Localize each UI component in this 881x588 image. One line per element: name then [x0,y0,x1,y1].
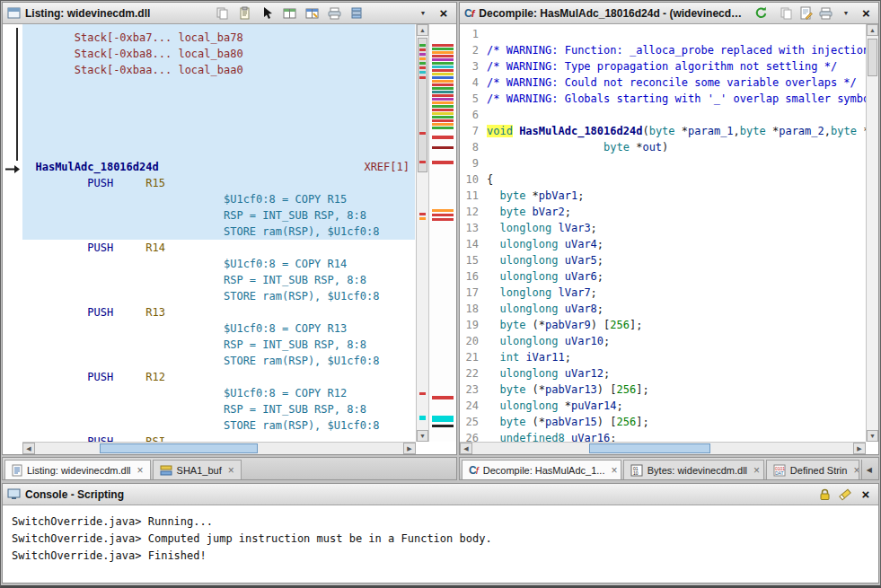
memory-blocks-icon[interactable] [348,5,365,22]
listing-tab[interactable]: Listing: widevinecdm.dll× [4,460,151,479]
decompile-line[interactable]: 10{ [460,171,866,188]
listing-line[interactable] [22,127,415,143]
navigation-marker[interactable] [432,218,454,221]
decompile-line[interactable]: 5/* WARNING: Globals starting with '_' o… [460,91,866,107]
printer-icon[interactable] [818,5,833,22]
navigation-marker[interactable] [432,119,454,122]
listing-line[interactable]: STORE ram(RSP), $U1cf0:8 [22,288,415,304]
navigation-marker[interactable] [432,80,454,83]
navigation-marker[interactable] [419,71,426,74]
navigation-marker[interactable] [419,57,426,60]
lock-icon[interactable] [816,487,833,503]
navigation-marker[interactable] [432,73,454,75]
scroll-left-icon[interactable]: ◀ [22,443,35,454]
close-icon[interactable]: × [859,5,874,22]
decompile-line[interactable]: 17 longlong lVar7; [460,285,866,301]
navigation-marker[interactable] [419,76,426,79]
decompile-tab[interactable]: 0101DATDefined Strin× [766,460,859,479]
decompile-line[interactable]: 26 undefined8 uVar16; [460,430,866,442]
navigation-marker[interactable] [432,112,454,115]
navigation-marker[interactable] [432,416,454,422]
listing-line[interactable]: HasMulAdc_18016d24dXREF[1] [22,159,415,175]
navigation-marker[interactable] [432,146,454,149]
decompile-header[interactable]: Cf Decompile: HasMulAdc_18016d24d - (wid… [460,3,878,24]
decompile-line[interactable]: 23 byte (*pabVar13) [256]; [460,382,866,398]
tab-close-icon[interactable]: × [611,464,617,477]
navigation-marker[interactable] [419,217,426,220]
navigation-marker[interactable] [432,62,454,65]
navigation-marker[interactable] [432,94,454,97]
listing-line[interactable]: PUSH R15 [22,175,415,191]
listing-line[interactable]: $U1cf0:8 = COPY R13 [22,320,415,337]
listing-line[interactable] [22,110,415,127]
navigation-marker[interactable] [432,127,454,129]
listing-line[interactable]: Stack[-0xbaa... local_baa0 [22,62,415,78]
scroll-down-icon[interactable]: ▼ [867,430,878,442]
listing-line[interactable]: STORE ram(RSP), $U1cf0:8 [22,224,415,240]
navigation-marker[interactable] [432,396,454,399]
navigation-marker[interactable] [419,213,426,215]
decompile-line[interactable]: 19 byte (*pabVar9) [256]; [460,317,866,333]
scrollbar-thumb[interactable] [868,39,877,76]
listing-line[interactable] [22,78,415,94]
listing-line[interactable]: $U1cf0:8 = COPY R14 [22,256,415,272]
navigation-marker[interactable] [419,392,426,395]
navigation-marker[interactable] [432,161,454,164]
cursor-icon[interactable] [259,5,275,22]
listing-line[interactable] [22,143,415,159]
navigation-marker[interactable] [432,48,454,50]
navigation-marker[interactable] [432,136,454,139]
scroll-right-icon[interactable]: ▶ [853,443,866,454]
decompile-code[interactable]: 12/* WARNING: Function: _alloca_probe re… [460,24,866,442]
tab-close-icon[interactable]: × [228,464,234,477]
dropdown-icon[interactable]: ▼ [415,5,431,22]
listing-line[interactable]: RSP = INT_SUB RSP, 8:8 [22,401,415,417]
tab-close-icon[interactable]: × [753,464,760,477]
navigation-marker[interactable] [432,91,454,93]
xref-label[interactable]: XREF[1] [364,159,410,175]
navigation-marker[interactable] [419,66,426,69]
navigation-marker[interactable] [432,55,454,57]
decompile-line[interactable]: 2/* WARNING: Function: _alloca_probe rep… [460,42,866,58]
navigation-marker[interactable] [432,83,454,86]
decompile-line[interactable]: 3/* WARNING: Type propagation algorithm … [460,58,866,75]
listing-code[interactable]: Stack[-0xba7... local_ba78 Stack[-0xba8.… [22,24,415,442]
listing-horizontal-scrollbar[interactable]: ◀ ▶ [22,442,416,454]
scroll-left-icon[interactable]: ◀ [460,443,472,454]
decompile-horizontal-scrollbar[interactable]: ◀ ▶ [460,442,866,454]
listing-line[interactable]: $U1cf0:8 = COPY R12 [22,385,415,401]
decompile-line[interactable]: 18 ulonglong uVar8; [460,301,866,317]
close-icon[interactable]: × [436,5,452,22]
listing-header[interactable]: Listing: widevinecdm.dll ▼ × [3,3,456,24]
listing-line[interactable]: Stack[-0xba7... local_ba78 [22,30,415,46]
console-output[interactable]: SwitchOverride.java> Running...SwitchOve… [3,505,878,583]
navigation-marker[interactable] [432,87,454,90]
navigation-marker[interactable] [432,76,454,79]
dropdown-icon[interactable]: ▼ [838,5,853,22]
tab-scroll-left-icon[interactable]: ◀ [861,460,877,479]
decompile-line[interactable]: 7void HasMulAdc_18016d24d(byte *param_1,… [460,123,866,139]
scroll-up-icon[interactable]: ▲ [417,24,428,36]
listing-line[interactable]: Stack[-0xba8... local_ba80 [22,46,415,62]
scrollbar-thumb[interactable] [100,443,258,453]
navigation-marker[interactable] [432,44,454,47]
decompile-line[interactable]: 15 ulonglong uVar5; [460,252,866,268]
printer-icon[interactable] [326,5,342,22]
listing-line[interactable]: PUSH R13 [22,304,415,320]
decompile-line[interactable]: 16 ulonglong uVar6; [460,268,866,285]
navigation-marker[interactable] [432,425,454,427]
tab-close-icon[interactable]: × [137,464,144,477]
navigation-marker[interactable] [432,66,454,68]
listing-line[interactable]: $U1cf0:8 = COPY R15 [22,191,415,207]
decompile-line[interactable]: 21 int iVar11; [460,349,866,365]
scroll-up-icon[interactable]: ▲ [867,24,878,36]
console-header[interactable]: Console - Scripting × [3,484,878,505]
listing-line[interactable]: RSP = INT_SUB RSP, 8:8 [22,337,415,353]
diff-apply-icon[interactable] [304,5,320,22]
navigation-marker[interactable] [432,116,454,118]
navigation-marker[interactable] [419,132,426,135]
decompile-line[interactable]: 8 byte *out) [460,139,866,155]
decompile-line[interactable]: 13 longlong lVar3; [460,220,866,236]
decompile-tab[interactable]: CfDecompile: HasMulAdc_1...× [462,460,621,479]
navigation-marker[interactable] [432,109,454,111]
